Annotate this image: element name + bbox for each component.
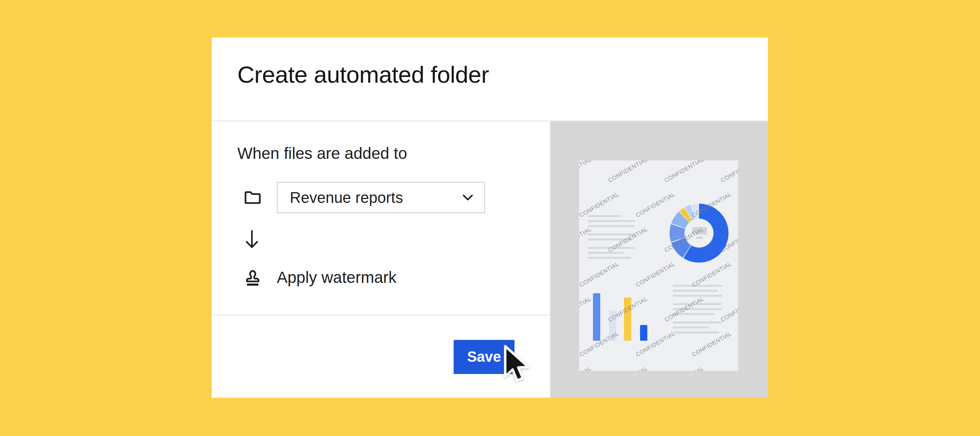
folder-select-value: Revenue reports — [290, 189, 461, 206]
watermarked-document-preview: CONFIDENTIALCONFIDENTIALCONFIDENTIALCONF… — [579, 160, 738, 371]
preview-bar-chart — [579, 160, 738, 371]
page-title: Create automated folder — [237, 60, 489, 89]
preview-donut-chart — [670, 204, 728, 263]
arrow-down-icon — [243, 229, 261, 251]
donut-center-sublabel — [696, 237, 703, 239]
save-button-label: Save — [467, 349, 501, 365]
page-background: Create automated folder When files are a… — [0, 0, 980, 436]
donut-hole — [684, 219, 714, 248]
folder-select[interactable]: Revenue reports — [277, 182, 485, 213]
footer-divider — [212, 315, 550, 315]
mouse-pointer-icon — [497, 342, 536, 385]
stamp-icon — [242, 267, 263, 289]
preview-bar — [624, 297, 631, 341]
preview-panel: CONFIDENTIALCONFIDENTIALCONFIDENTIALCONF… — [550, 121, 768, 398]
chevron-down-icon — [461, 190, 475, 205]
create-automated-folder-modal: Create automated folder When files are a… — [212, 38, 768, 398]
action-label: Apply watermark — [277, 268, 397, 287]
preview-bar — [593, 293, 600, 341]
preview-bar — [609, 310, 616, 341]
preview-bar — [640, 325, 647, 341]
donut-center-label — [692, 227, 707, 235]
trigger-heading: When files are added to — [237, 144, 407, 163]
modal-header: Create automated folder — [212, 38, 768, 121]
folder-icon — [242, 187, 263, 208]
